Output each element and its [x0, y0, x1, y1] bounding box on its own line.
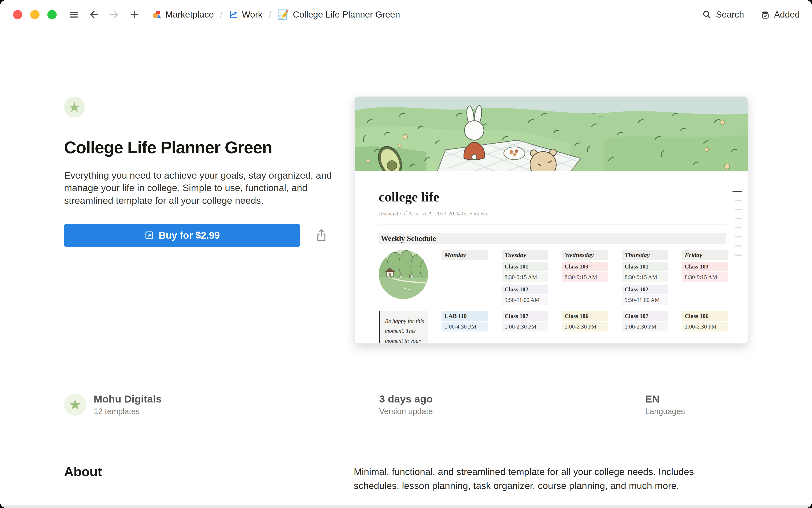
time-cell: 8:30-9:15 AM — [682, 272, 728, 282]
close-window-button[interactable] — [13, 10, 23, 19]
added-button[interactable]: Added — [761, 9, 800, 20]
outline-mark — [735, 227, 742, 228]
class-cell: LAB 110 — [442, 311, 488, 321]
added-label: Added — [774, 9, 800, 20]
class-cell: Class 103 — [682, 262, 728, 271]
buy-button-label: Buy for $2.99 — [159, 229, 220, 241]
chart-increasing-icon — [229, 10, 238, 19]
zoom-window-button[interactable] — [47, 10, 57, 19]
minimize-window-button[interactable] — [30, 10, 40, 19]
page-description: Everything you need to achieve your goal… — [64, 169, 348, 207]
creator-template-count: 12 templates — [94, 407, 162, 416]
last-updated: 3 days ago — [292, 393, 520, 405]
time-cell: 8:30-9:15 AM — [501, 272, 548, 282]
share-button[interactable] — [315, 228, 328, 242]
breadcrumb-separator: / — [268, 10, 272, 19]
star-icon — [69, 101, 80, 113]
template-icon-badge — [64, 97, 85, 118]
back-icon[interactable] — [89, 10, 99, 19]
time-cell: 9:50-11:00 AM — [622, 295, 668, 305]
breadcrumb-marketplace[interactable]: Marketplace — [152, 9, 214, 20]
page-outline-indicator[interactable] — [732, 191, 742, 256]
breadcrumb-label: Work — [242, 9, 262, 20]
outline-mark — [735, 246, 742, 247]
memo-emoji-icon: 📝 — [277, 10, 289, 19]
notebook-subtitle: Associate of Arts - A.A. 2023-2024 1st S… — [379, 210, 726, 217]
share-icon — [315, 228, 328, 242]
breadcrumb-work[interactable]: Work — [229, 9, 262, 20]
about-section: About Minimal, functional, and streamlin… — [64, 433, 748, 493]
added-box-check-icon — [761, 10, 770, 19]
class-cell: Class 102 — [501, 285, 548, 294]
outline-mark — [735, 218, 742, 219]
search-label: Search — [716, 9, 744, 20]
class-cell: Class 107 — [501, 311, 548, 321]
search-button[interactable]: Search — [702, 9, 744, 20]
day-header: Monday — [442, 250, 488, 260]
breadcrumb-label: College Life Planner Green — [293, 9, 400, 20]
template-meta-row: Mohu Digitals 12 templates 3 days ago Ve… — [64, 377, 748, 433]
day-column-wednesday: Wednesday Class 103 8:30-9:15 AM — [562, 250, 608, 306]
outline-mark — [735, 236, 742, 238]
time-cell: 1:00-2:30 PM — [622, 322, 668, 332]
day-column-tuesday: Tuesday Class 101 8:30-9:15 AM Class 102… — [501, 250, 548, 306]
notebook-title: college life — [379, 189, 726, 205]
class-cell: Class 106 — [682, 311, 728, 321]
day-column-thursday: Thursday Class 101 8:30-9:15 AM Class 10… — [622, 250, 668, 306]
landscape-illustration — [379, 250, 428, 299]
marketplace-icon — [152, 10, 162, 19]
page-title: College Life Planner Green — [64, 138, 354, 157]
template-preview-card: college life Associate of Arts - A.A. 20… — [354, 96, 748, 343]
creator-name: Mohu Digitals — [94, 393, 162, 405]
divider — [379, 224, 726, 224]
app-window: Marketplace / Work / 📝 College Life Plan… — [0, 0, 812, 508]
outline-mark — [735, 255, 742, 256]
bottom-scrollbar-track[interactable] — [0, 505, 812, 508]
quote-block: Be happy for this moment. This moment in… — [379, 311, 428, 343]
creator-avatar — [64, 394, 86, 416]
class-cell: Class 101 — [622, 262, 668, 271]
time-cell: 8:30-9:15 AM — [562, 272, 608, 282]
time-cell: 9:50-11:00 AM — [501, 295, 548, 305]
day-column-friday: Friday Class 103 8:30-9:15 AM — [682, 250, 728, 306]
buy-button[interactable]: Buy for $2.99 — [64, 224, 300, 247]
class-cell: Class 102 — [622, 285, 668, 294]
day-header: Wednesday — [562, 250, 608, 260]
new-tab-icon[interactable] — [130, 10, 139, 19]
outline-mark — [732, 191, 742, 192]
class-cell: Class 106 — [562, 311, 608, 321]
time-cell: 1:00-2:30 PM — [501, 322, 548, 332]
menu-icon[interactable] — [69, 10, 79, 19]
creator-link[interactable]: Mohu Digitals 12 templates — [64, 393, 292, 416]
time-cell: 8:30-9:15 AM — [622, 272, 668, 282]
class-cell: Class 107 — [622, 311, 668, 321]
time-cell: 1:00-2:30 PM — [562, 322, 608, 332]
breadcrumb: Marketplace / Work / 📝 College Life Plan… — [152, 9, 400, 20]
about-heading: About — [64, 464, 354, 493]
breadcrumb-label: Marketplace — [165, 9, 214, 20]
class-cell: Class 103 — [562, 262, 608, 271]
breadcrumb-page[interactable]: 📝 College Life Planner Green — [277, 9, 400, 20]
day-header: Tuesday — [501, 250, 548, 260]
last-updated-label: Version update — [292, 407, 520, 416]
external-link-icon — [145, 230, 154, 240]
weekly-schedule-table: Monday Tuesday Class 101 8:30-9:15 AM Cl… — [379, 250, 726, 343]
language-value: EN — [645, 393, 748, 405]
search-icon — [702, 10, 712, 19]
time-cell: 1:00-2:30 PM — [682, 322, 728, 332]
day-header: Thursday — [622, 250, 668, 260]
breadcrumb-separator: / — [219, 10, 223, 19]
day-column-monday: Monday — [442, 250, 488, 306]
cover-illustration-picnic — [355, 97, 748, 171]
weekly-schedule-heading: Weekly Schedule — [379, 233, 726, 244]
language-label: Languages — [645, 407, 748, 416]
outline-mark — [735, 200, 742, 201]
star-icon — [69, 398, 81, 411]
forward-icon[interactable] — [110, 10, 119, 19]
about-text: Minimal, functional, and streamlined tem… — [354, 465, 709, 493]
class-cell: Class 101 — [501, 262, 548, 271]
time-cell: 1:00-4:30 PM — [442, 322, 488, 332]
titlebar: Marketplace / Work / 📝 College Life Plan… — [0, 0, 812, 29]
outline-mark — [735, 209, 742, 210]
day-header: Friday — [682, 250, 728, 260]
